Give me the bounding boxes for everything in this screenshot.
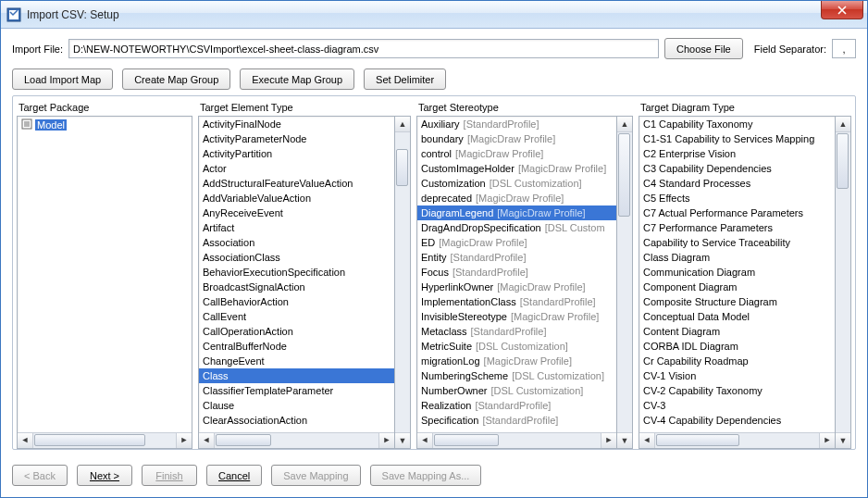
create-map-group-button[interactable]: Create Map Group [122, 68, 230, 90]
scroll-left-icon[interactable]: ◄ [199, 433, 215, 448]
next-button[interactable]: Next > [77, 465, 132, 486]
hscrollbar[interactable]: ◄ ► [639, 432, 835, 448]
scroll-thumb[interactable] [396, 149, 408, 186]
list-item[interactable]: Content Diagram [639, 324, 835, 339]
list-item[interactable]: AnyReceiveEvent [199, 205, 394, 220]
element-type-list[interactable]: ActivityFinalNodeActivityParameterNodeAc… [198, 116, 395, 449]
scroll-thumb[interactable] [434, 434, 499, 446]
stereotype-list[interactable]: Auxiliary[StandardProfile]boundary[Magic… [416, 116, 617, 449]
scroll-thumb[interactable] [34, 434, 145, 446]
list-item[interactable]: ClassifierTemplateParameter [199, 383, 394, 398]
list-item[interactable]: Conceptual Data Model [639, 309, 835, 324]
list-item[interactable]: Realization[StandardProfile] [417, 398, 616, 413]
scroll-thumb[interactable] [618, 133, 630, 217]
scroll-up-icon[interactable]: ▲ [617, 117, 632, 132]
vscrollbar[interactable]: ▲ ▼ [617, 116, 633, 449]
list-item[interactable]: ImplementationClass[StandardProfile] [417, 294, 616, 309]
finish-button[interactable]: Finish [142, 465, 197, 486]
list-item[interactable]: InvisibleStereotype[MagicDraw Profile] [417, 309, 616, 324]
list-item[interactable]: CustomImageHolder[MagicDraw Profile] [417, 161, 616, 176]
list-item[interactable]: Metaclass[StandardProfile] [417, 324, 616, 339]
list-item[interactable]: C3 Capability Dependencies [639, 161, 835, 176]
close-button[interactable] [821, 1, 863, 19]
list-item[interactable]: CORBA IDL Diagram [639, 339, 835, 354]
list-item[interactable]: Cr Capability Roadmap [639, 354, 835, 368]
list-item[interactable]: AddStructuralFeatureValueAction [199, 176, 394, 191]
list-item[interactable]: CentralBufferNode [199, 339, 394, 354]
scroll-right-icon[interactable]: ► [378, 433, 394, 448]
choose-file-button[interactable]: Choose File [664, 38, 743, 59]
list-item[interactable]: C1-S1 Capability to Services Mapping [639, 131, 835, 146]
list-item[interactable]: ED[MagicDraw Profile] [417, 235, 616, 250]
field-separator-input[interactable] [832, 39, 856, 58]
scroll-thumb[interactable] [656, 434, 739, 446]
list-item[interactable]: Class Diagram [639, 250, 835, 265]
list-item[interactable]: CV-2 Capability Taxonomy [639, 383, 835, 398]
list-item[interactable]: C5 Effects [639, 191, 835, 205]
scroll-left-icon[interactable]: ◄ [417, 433, 433, 448]
list-item[interactable]: AssociationClass [199, 250, 394, 265]
list-item[interactable]: Specification[StandardProfile] [417, 413, 616, 428]
list-item[interactable]: C2 Enterprise Vision [639, 146, 835, 161]
list-item[interactable]: control[MagicDraw Profile] [417, 146, 616, 161]
list-item[interactable]: BroadcastSignalAction [199, 280, 394, 294]
list-item[interactable]: Component Diagram [639, 280, 835, 294]
list-item[interactable]: Capability to Service Traceability [639, 235, 835, 250]
save-mapping-button[interactable]: Save Mapping [271, 465, 360, 486]
list-item[interactable]: boundary[MagicDraw Profile] [417, 131, 616, 146]
save-mapping-as-button[interactable]: Save Mapping As... [370, 465, 482, 486]
list-item[interactable]: C7 Actual Performance Parameters [639, 205, 835, 220]
scroll-thumb[interactable] [216, 434, 271, 446]
list-item[interactable]: C4 Standard Processes [639, 176, 835, 191]
list-item[interactable]: ActivityParameterNode [199, 131, 394, 146]
list-item[interactable]: Auxiliary[StandardProfile] [417, 117, 616, 131]
list-item[interactable]: Entity[StandardProfile] [417, 250, 616, 265]
list-item[interactable]: C1 Capability Taxonomy [639, 117, 835, 131]
scroll-left-icon[interactable]: ◄ [639, 433, 655, 448]
cancel-button[interactable]: Cancel [206, 465, 262, 486]
list-item[interactable]: CV-1 Vision [639, 368, 835, 383]
list-item[interactable]: HyperlinkOwner[MagicDraw Profile] [417, 280, 616, 294]
vscrollbar[interactable]: ▲ ▼ [836, 116, 851, 449]
list-item[interactable]: CallBehaviorAction [199, 294, 394, 309]
scroll-up-icon[interactable]: ▲ [836, 117, 850, 132]
list-item[interactable]: C7 Performance Parameters [639, 220, 835, 235]
back-button[interactable]: < Back [12, 465, 68, 486]
list-item[interactable]: Association [199, 235, 394, 250]
list-item[interactable]: Artifact [199, 220, 394, 235]
list-item[interactable]: CallOperationAction [199, 324, 394, 339]
list-item[interactable]: Focus[StandardProfile] [417, 265, 616, 280]
list-item[interactable]: BehaviorExecutionSpecification [199, 265, 394, 280]
scroll-down-icon[interactable]: ▼ [395, 432, 410, 448]
vscrollbar[interactable]: ▲ ▼ [395, 116, 411, 449]
scroll-thumb[interactable] [837, 133, 849, 189]
set-delimiter-button[interactable]: Set Delimiter [364, 68, 446, 90]
hscrollbar[interactable]: ◄ ► [417, 432, 616, 448]
list-item[interactable]: CV-3 [639, 398, 835, 413]
list-item[interactable]: AddVariableValueAction [199, 191, 394, 205]
list-item[interactable]: NumberOwner[DSL Customization] [417, 383, 616, 398]
list-item[interactable]: Communication Diagram [639, 265, 835, 280]
list-item[interactable]: Clause [199, 398, 394, 413]
list-item[interactable]: DragAndDropSpecification[DSL Custom [417, 220, 616, 235]
titlebar[interactable]: Import CSV: Setup [1, 1, 867, 29]
tree-item[interactable]: Model [18, 117, 192, 133]
list-item[interactable]: deprecated[MagicDraw Profile] [417, 191, 616, 205]
import-file-input[interactable] [68, 39, 659, 58]
diagram-type-list[interactable]: C1 Capability TaxonomyC1-S1 Capability t… [639, 116, 836, 449]
list-item[interactable]: Customization[DSL Customization] [417, 176, 616, 191]
list-item[interactable]: migrationLog[MagicDraw Profile] [417, 354, 616, 368]
scroll-left-icon[interactable]: ◄ [18, 433, 33, 448]
scroll-up-icon[interactable]: ▲ [395, 117, 410, 132]
scroll-down-icon[interactable]: ▼ [836, 432, 850, 448]
list-item[interactable]: ClearAssociationAction [199, 413, 394, 428]
scroll-right-icon[interactable]: ► [176, 433, 192, 448]
list-item[interactable]: Composite Structure Diagram [639, 294, 835, 309]
list-item[interactable]: CallEvent [199, 309, 394, 324]
list-item[interactable]: MetricSuite[DSL Customization] [417, 339, 616, 354]
hscrollbar[interactable]: ◄ ► [199, 432, 394, 448]
hscrollbar[interactable]: ◄ ► [18, 432, 192, 448]
list-item[interactable]: Class [199, 368, 394, 383]
list-item[interactable]: ActivityFinalNode [199, 117, 394, 131]
scroll-right-icon[interactable]: ► [601, 433, 616, 448]
